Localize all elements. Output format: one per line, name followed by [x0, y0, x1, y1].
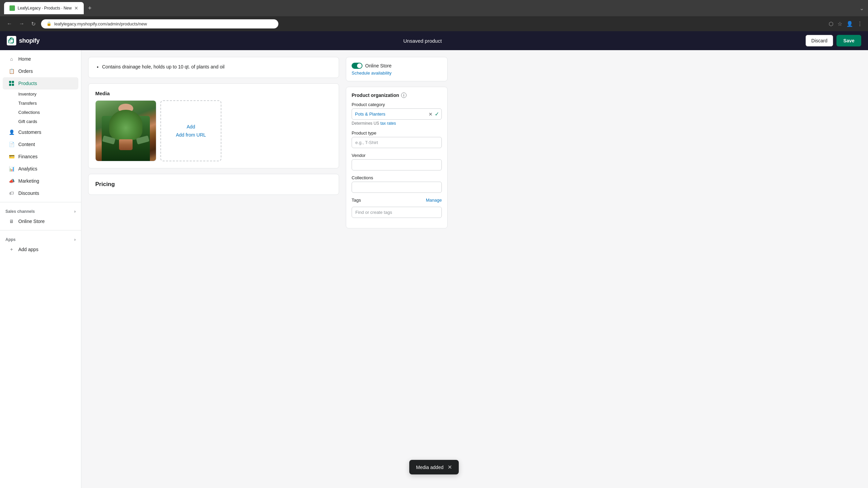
toast-message: Media added [416, 465, 443, 470]
analytics-icon: 📊 [8, 165, 15, 172]
sidebar-item-home[interactable]: ⌂ Home [3, 53, 78, 65]
media-card-title: Media [95, 90, 332, 96]
apps-label: Apps [5, 237, 16, 242]
sales-channels-section: Sales channels › [0, 205, 81, 215]
sidebar-item-content[interactable]: 📄 Content [3, 138, 78, 150]
sidebar-item-add-apps[interactable]: ＋ Add apps [3, 243, 78, 256]
category-clear-icon[interactable]: ✕ [429, 111, 433, 117]
description-card: Contains drainage hole, holds up to 10 q… [88, 57, 339, 78]
media-add-button[interactable]: Add Add from URL [160, 100, 221, 161]
divider-1 [0, 202, 81, 202]
settings-icon[interactable]: ⋮ [857, 21, 863, 27]
home-icon: ⌂ [8, 56, 15, 62]
sidebar-label-inventory: Inventory [18, 92, 36, 97]
discounts-icon: 🏷 [8, 190, 15, 197]
main-layout: ⌂ Home 📋 Orders Products Inventory Trans… [0, 50, 868, 488]
marketing-icon: 📣 [8, 178, 15, 184]
sidebar-item-customers[interactable]: 👤 Customers [3, 126, 78, 138]
sidebar-label-finances: Finances [18, 154, 38, 159]
sidebar-label-add-apps: Add apps [18, 247, 38, 252]
category-input-wrap: Pots & Planters ✕ ✓ [352, 108, 442, 120]
sidebar-item-discounts[interactable]: 🏷 Discounts [3, 187, 78, 199]
forward-button[interactable]: → [18, 19, 26, 28]
collections-label: Collections [352, 175, 442, 180]
sidebar-item-collections[interactable]: Collections [3, 108, 78, 117]
shopify-logo: shopify [7, 36, 40, 45]
apps-section: Apps › [0, 233, 81, 243]
vendor-label: Vendor [352, 153, 442, 158]
sidebar-label-discounts: Discounts [18, 190, 39, 196]
discard-button[interactable]: Discard [806, 35, 833, 46]
product-organization-card: Product organization i Product category … [346, 87, 448, 228]
new-tab-button[interactable]: + [88, 5, 92, 12]
refresh-button[interactable]: ↻ [30, 19, 37, 28]
sidebar-label-content: Content [18, 142, 35, 147]
back-button[interactable]: ← [5, 19, 14, 28]
svg-rect-0 [9, 81, 11, 83]
sidebar-item-inventory[interactable]: Inventory [3, 89, 78, 99]
sidebar-item-orders[interactable]: 📋 Orders [3, 65, 78, 77]
app-container: shopify Unsaved product Discard Save ⌂ H… [0, 31, 868, 488]
sidebar-item-transfers[interactable]: Transfers [3, 99, 78, 108]
info-icon[interactable]: i [401, 93, 407, 98]
sidebar-item-products[interactable]: Products [3, 77, 78, 89]
extensions-icon[interactable]: ⬡ [829, 21, 833, 27]
svg-rect-2 [9, 84, 11, 86]
tax-rates-link[interactable]: tax rates [380, 121, 396, 126]
tags-field: Tags Manage [352, 198, 442, 218]
svg-rect-3 [12, 84, 14, 86]
vendor-input[interactable] [352, 159, 442, 170]
schedule-availability-link[interactable]: Schedule availability [352, 70, 392, 76]
vendor-field: Vendor [352, 153, 442, 170]
shopify-logo-icon [7, 36, 16, 45]
online-store-card: Online Store Schedule availability [346, 57, 448, 81]
tax-note: Determines US tax rates [352, 121, 442, 126]
add-apps-icon: ＋ [8, 246, 15, 253]
description-text: Contains drainage hole, holds up to 10 q… [95, 64, 332, 69]
maximize-icon: ⌄ [860, 5, 864, 12]
sidebar-item-gift-cards[interactable]: Gift cards [3, 117, 78, 126]
tags-label: Tags [352, 198, 361, 203]
shopify-logo-text: shopify [19, 37, 40, 44]
manage-tags-link[interactable]: Manage [426, 198, 442, 203]
sidebar-label-transfers: Transfers [18, 101, 37, 106]
tab-close-icon[interactable]: ✕ [74, 5, 78, 11]
sidebar-item-analytics[interactable]: 📊 Analytics [3, 163, 78, 175]
svg-rect-1 [12, 81, 14, 83]
toggle-knob [357, 63, 362, 68]
finances-icon: 💳 [8, 153, 15, 160]
topbar: shopify Unsaved product Discard Save [0, 31, 868, 50]
url-input[interactable]: 🔒 leafylegacy.myshopify.com/admin/produc… [41, 19, 278, 28]
product-type-input[interactable] [352, 137, 442, 148]
add-label: Add [187, 124, 195, 129]
category-confirm-icon[interactable]: ✓ [435, 111, 439, 117]
browser-actions: ⬡ ☆ 👤 ⋮ [829, 21, 863, 27]
tags-input[interactable] [352, 207, 442, 218]
sidebar-item-finances[interactable]: 💳 Finances [3, 150, 78, 163]
bookmark-icon[interactable]: ☆ [837, 21, 842, 27]
browser-tab[interactable]: LeafyLegacy · Products · New ✕ [4, 2, 84, 14]
divider-2 [0, 230, 81, 230]
pricing-title: Pricing [95, 181, 332, 188]
apps-expand-icon[interactable]: › [74, 237, 76, 242]
product-type-label: Product type [352, 130, 442, 136]
sidebar-label-online-store: Online Store [18, 219, 45, 224]
sidebar-item-marketing[interactable]: 📣 Marketing [3, 175, 78, 187]
media-grid: Add Add from URL [95, 100, 332, 161]
collections-input[interactable] [352, 182, 442, 193]
sidebar-label-marketing: Marketing [18, 178, 39, 184]
media-card: Media [88, 83, 339, 168]
save-button[interactable]: Save [836, 35, 861, 46]
sidebar-item-online-store[interactable]: 🖥 Online Store [3, 215, 78, 227]
online-store-label: Online Store [365, 63, 392, 68]
toast-close-button[interactable]: ✕ [448, 464, 452, 470]
orders-icon: 📋 [8, 68, 15, 75]
add-from-url-label[interactable]: Add from URL [176, 132, 206, 138]
media-item-plant[interactable] [95, 100, 156, 161]
online-store-toggle[interactable] [352, 63, 362, 69]
sidebar-label-orders: Orders [18, 68, 33, 74]
sidebar-label-products: Products [18, 81, 37, 86]
expand-icon[interactable]: › [74, 209, 76, 214]
product-type-field: Product type [352, 130, 442, 148]
profile-icon[interactable]: 👤 [846, 21, 853, 27]
